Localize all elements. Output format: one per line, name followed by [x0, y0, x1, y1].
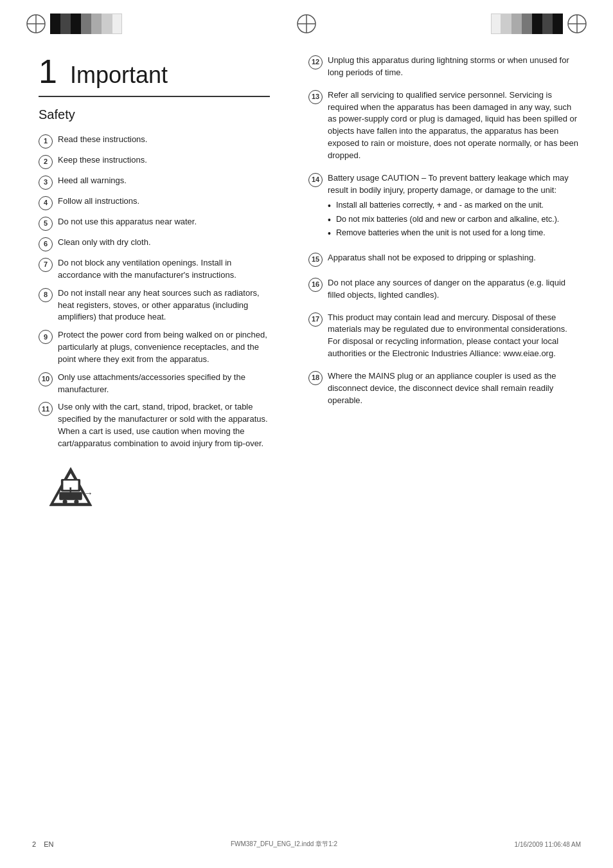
- language-label: EN: [44, 840, 53, 848]
- left-safety-item: 7 Do not block any ventilation openings.…: [39, 257, 270, 282]
- item-number: 1: [39, 134, 53, 149]
- sub-bullet-list: • Install all batteries correctly, + and…: [328, 200, 581, 239]
- right-safety-item: 15 Apparatus shall not be exposed to dri…: [308, 252, 581, 267]
- item-content: Apparatus shall not be exposed to drippi…: [328, 252, 536, 264]
- right-safety-item: 13 Refer all servicing to qualified serv…: [308, 89, 581, 162]
- left-safety-item: 9 Protect the power cord from being walk…: [39, 329, 270, 366]
- sub-bullet-item: • Do not mix batteries (old and new or c…: [328, 214, 581, 226]
- reg-mark-right: [567, 14, 587, 34]
- item-number: 11: [39, 402, 53, 416]
- item-text: Only use attachments/accessories specifi…: [58, 372, 270, 396]
- item-number: 5: [39, 217, 53, 231]
- left-safety-item: 8 Do not install near any heat sources s…: [39, 287, 270, 324]
- cart-warning-image: → !: [45, 463, 270, 516]
- item-text: Protect the power cord from being walked…: [58, 329, 270, 366]
- item-content: Battery usage CAUTION – To prevent batte…: [328, 172, 581, 242]
- item-number: 17: [308, 312, 323, 327]
- item-number: 18: [308, 371, 323, 385]
- right-safety-item: 17 This product may contain lead and mer…: [308, 312, 581, 360]
- item-text: Clean only with dry cloth.: [58, 237, 151, 249]
- svg-text:→: →: [84, 487, 93, 498]
- item-number: 12: [308, 55, 323, 69]
- item-text: Keep these instructions.: [58, 154, 147, 167]
- bullet-dot: •: [328, 215, 331, 224]
- checker-right: [491, 14, 563, 34]
- item-number: 6: [39, 237, 53, 251]
- checker-left: [50, 14, 122, 34]
- bullet-dot: •: [328, 229, 331, 238]
- item-text: Apparatus shall not be exposed to drippi…: [328, 253, 536, 262]
- item-text: Read these instructions.: [58, 134, 147, 146]
- item-text: Use only with the cart, stand, tripod, b…: [58, 401, 270, 449]
- footer-file-info: FWM387_DFU_ENG_I2.indd 章节1:2: [231, 840, 337, 849]
- item-content: Where the MAINS plug or an appliance cou…: [328, 370, 581, 407]
- footer: 2 EN FWM387_DFU_ENG_I2.indd 章节1:2 1/16/2…: [0, 840, 613, 849]
- item-text: This product may contain lead and mercur…: [328, 312, 567, 359]
- item-content: Unplug this apparatus during lightning s…: [328, 55, 581, 79]
- right-column: 12 Unplug this apparatus during lightnin…: [302, 55, 581, 516]
- item-number: 4: [39, 196, 53, 210]
- page: 1 Important Safety 1 Read these instruct…: [0, 0, 613, 868]
- right-safety-item: 14 Battery usage CAUTION – To prevent ba…: [308, 172, 581, 242]
- svg-point-15: [74, 500, 78, 504]
- right-safety-list: 12 Unplug this apparatus during lightnin…: [308, 55, 581, 407]
- item-text: Where the MAINS plug or an appliance cou…: [328, 371, 556, 405]
- header-bar: [0, 0, 613, 42]
- item-number: 15: [308, 253, 323, 267]
- footer-left: 2 EN: [32, 840, 53, 848]
- item-number: 9: [39, 330, 53, 344]
- svg-text:!: !: [68, 484, 73, 498]
- item-content: Refer all servicing to qualified service…: [328, 89, 581, 162]
- item-number: 7: [39, 258, 53, 272]
- item-text: Do not block any ventilation openings. I…: [58, 257, 270, 282]
- chapter-title: Important: [70, 64, 168, 87]
- item-text: Do not use this apparatus near water.: [58, 216, 197, 228]
- section-divider: [39, 96, 270, 97]
- item-number: 8: [39, 288, 53, 302]
- item-content: Do not place any sources of danger on th…: [328, 277, 581, 302]
- right-safety-item: 12 Unplug this apparatus during lightnin…: [308, 55, 581, 79]
- left-safety-item: 4 Follow all instructions.: [39, 195, 270, 210]
- left-safety-item: 10 Only use attachments/accessories spec…: [39, 372, 270, 396]
- left-safety-item: 5 Do not use this apparatus near water.: [39, 216, 270, 231]
- chapter-heading: 1 Important: [39, 55, 270, 88]
- main-content: 1 Important Safety 1 Read these instruct…: [0, 42, 613, 542]
- item-number: 3: [39, 176, 53, 190]
- item-content: This product may contain lead and mercur…: [328, 312, 581, 360]
- header-left-group: [26, 14, 122, 34]
- item-number: 13: [308, 90, 323, 104]
- header-right-group: [491, 14, 587, 34]
- left-safety-item: 6 Clean only with dry cloth.: [39, 237, 270, 251]
- chapter-number: 1: [39, 55, 57, 88]
- item-text: Refer all servicing to qualified service…: [328, 90, 578, 160]
- right-safety-item: 18 Where the MAINS plug or an appliance …: [308, 370, 581, 407]
- item-number: 16: [308, 278, 323, 292]
- reg-mark-left: [26, 14, 46, 34]
- right-safety-item: 16 Do not place any sources of danger on…: [308, 277, 581, 302]
- left-safety-item: 11 Use only with the cart, stand, tripod…: [39, 401, 270, 449]
- sub-item-text: Do not mix batteries (old and new or car…: [336, 214, 559, 226]
- section-title: Safety: [39, 107, 270, 122]
- item-text: Follow all instructions.: [58, 195, 139, 208]
- item-text: Do not install near any heat sources suc…: [58, 287, 270, 324]
- item-text: Heed all warnings.: [58, 175, 127, 187]
- item-number: 10: [39, 372, 53, 386]
- item-text: Battery usage CAUTION – To prevent batte…: [328, 173, 569, 195]
- footer-date-info: 1/16/2009 11:06:48 AM: [515, 841, 581, 848]
- reg-mark-center: [296, 14, 317, 34]
- page-number: 2: [32, 840, 36, 848]
- left-safety-item: 1 Read these instructions.: [39, 134, 270, 149]
- item-text: Do not place any sources of danger on th…: [328, 278, 565, 300]
- item-text: Unplug this apparatus during lightning s…: [328, 55, 569, 77]
- safety-list: 1 Read these instructions. 2 Keep these …: [39, 134, 270, 450]
- left-safety-item: 2 Keep these instructions.: [39, 154, 270, 169]
- bullet-dot: •: [328, 201, 331, 210]
- item-number: 2: [39, 155, 53, 169]
- item-number: 14: [308, 173, 323, 187]
- svg-point-14: [63, 500, 67, 504]
- left-safety-item: 3 Heed all warnings.: [39, 175, 270, 190]
- sub-bullet-item: • Remove batteries when the unit is not …: [328, 228, 581, 239]
- sub-item-text: Install all batteries correctly, + and -…: [336, 200, 544, 212]
- left-column: 1 Important Safety 1 Read these instruct…: [39, 55, 283, 516]
- sub-item-text: Remove batteries when the unit is not us…: [336, 228, 546, 239]
